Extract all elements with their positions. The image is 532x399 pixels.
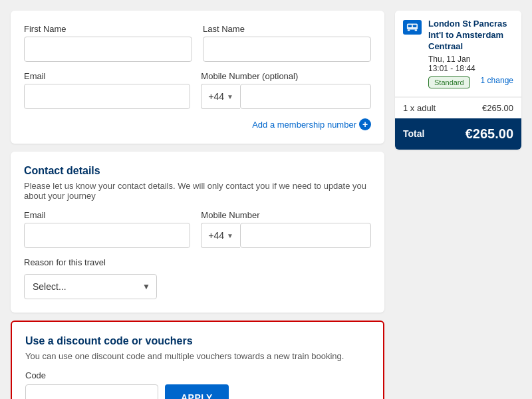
svg-rect-4 (415, 30, 418, 31)
first-name-label: First Name (24, 24, 192, 34)
contact-phone-prefix-button[interactable]: +44 ▼ (201, 223, 240, 248)
route-title: London St Pancras Int'l to Amsterdam Cen… (428, 19, 513, 53)
passenger-price-row: 1 x adult €265.00 (395, 97, 521, 118)
discount-code-input[interactable] (25, 384, 158, 399)
discount-desc: You can use one discount code and multip… (25, 351, 370, 361)
phone-row: +44 ▼ (201, 84, 371, 109)
svg-rect-2 (413, 25, 416, 27)
contact-mobile-group: Mobile Number +44 ▼ (201, 210, 371, 248)
change-link[interactable]: 1 change (481, 76, 513, 85)
train-icon (403, 20, 422, 35)
sidebar: London St Pancras Int'l to Amsterdam Cen… (395, 11, 521, 399)
email-group: Email (24, 71, 190, 109)
booking-summary-card: London St Pancras Int'l to Amsterdam Cen… (395, 11, 521, 150)
reason-group: Reason for this travel Select... Busines… (24, 257, 371, 299)
code-row: APPLY (25, 384, 370, 399)
phone-prefix-button[interactable]: +44 ▼ (201, 84, 240, 109)
total-bar: Total €265.00 (395, 118, 521, 150)
booking-route-info: London St Pancras Int'l to Amsterdam Cen… (428, 19, 513, 88)
route-date: Thu, 11 Jan (428, 55, 513, 64)
discount-title: Use a discount code or vouchers (25, 335, 370, 347)
route-times: 13:01 - 18:44 (428, 64, 513, 73)
train-icon-wrap (403, 20, 422, 35)
contact-email-group: Email (24, 210, 190, 248)
total-price: €265.00 (466, 126, 513, 142)
phone-input[interactable] (240, 84, 371, 109)
contact-email-label: Email (24, 210, 190, 220)
contact-details-desc: Please let us know your contact details.… (24, 181, 371, 201)
booking-header: London St Pancras Int'l to Amsterdam Cen… (395, 11, 521, 97)
total-label: Total (403, 128, 424, 139)
first-name-input[interactable] (24, 37, 192, 62)
contact-phone-input[interactable] (240, 223, 371, 248)
svg-rect-3 (408, 30, 410, 31)
add-icon: + (359, 118, 371, 130)
mobile-label: Mobile Number (optional) (201, 71, 371, 81)
email-label: Email (24, 71, 190, 81)
contact-details-card: Contact details Please let us know your … (11, 152, 384, 313)
class-badge: Standard (428, 76, 470, 88)
passenger-price: €265.00 (482, 103, 513, 113)
discount-card: Use a discount code or vouchers You can … (11, 321, 384, 399)
contact-phone-row: +44 ▼ (201, 223, 371, 248)
contact-details-title: Contact details (24, 165, 371, 177)
email-input[interactable] (24, 84, 190, 109)
passenger-details-card: First Name Last Name Email Mobile Number… (11, 11, 384, 144)
reason-select[interactable]: Select... Business Leisure Other (24, 274, 157, 299)
add-membership-text: Add a membership number (252, 120, 356, 130)
code-label: Code (25, 370, 370, 380)
reason-select-wrapper: Select... Business Leisure Other ▼ (24, 274, 157, 299)
contact-chevron-icon: ▼ (227, 232, 233, 239)
reason-label: Reason for this travel (24, 257, 371, 267)
apply-button[interactable]: APPLY (165, 384, 229, 399)
last-name-label: Last Name (203, 24, 371, 34)
first-name-group: First Name (24, 24, 192, 62)
add-membership-row: Add a membership number + (24, 118, 371, 130)
train-svg (406, 23, 418, 32)
passenger-count: 1 x adult (403, 103, 436, 113)
last-name-input[interactable] (203, 37, 371, 62)
mobile-group: Mobile Number (optional) +44 ▼ (201, 71, 371, 109)
contact-email-input[interactable] (24, 223, 190, 248)
svg-rect-1 (408, 25, 412, 27)
add-membership-link[interactable]: Add a membership number + (252, 118, 371, 130)
contact-mobile-label: Mobile Number (201, 210, 371, 220)
chevron-down-icon: ▼ (227, 93, 233, 100)
last-name-group: Last Name (203, 24, 371, 62)
